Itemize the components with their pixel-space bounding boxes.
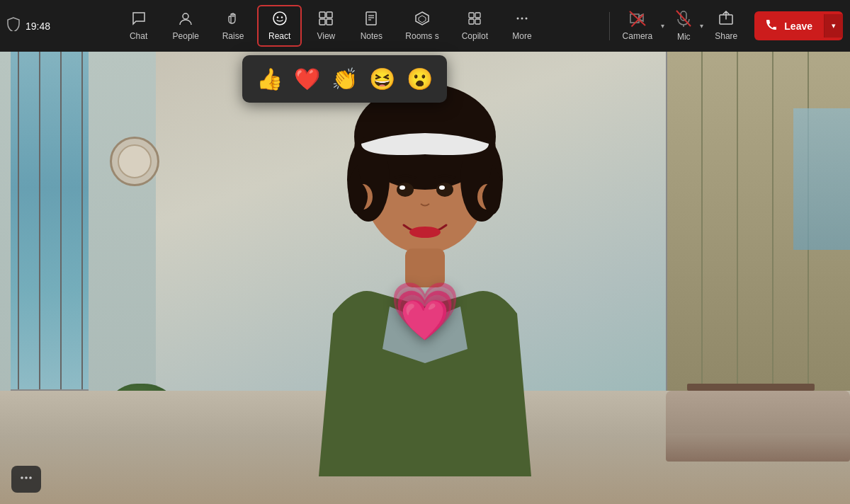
copilot-icon — [467, 11, 482, 30]
more-label: More — [512, 31, 531, 41]
time-display: 19:48 — [26, 21, 50, 32]
nav-people[interactable]: People — [163, 6, 209, 45]
nav-items: Chat People Raise — [57, 5, 604, 47]
svg-rect-7 — [327, 19, 332, 25]
react-icon — [272, 11, 288, 30]
camera-label: Camera — [623, 31, 653, 41]
svg-rect-8 — [366, 12, 376, 25]
nav-view[interactable]: View — [305, 6, 347, 45]
room-background: 💗 — [0, 52, 850, 504]
notes-label: Notes — [361, 31, 382, 41]
rooms-label: Rooms s — [405, 31, 438, 41]
camera-button[interactable]: Camera — [616, 6, 660, 45]
leave-main[interactable]: Leave — [754, 11, 824, 40]
nav-react[interactable]: React — [257, 5, 302, 47]
leave-phone-icon — [766, 18, 778, 33]
nav-raise[interactable]: Raise — [212, 6, 254, 45]
svg-marker-13 — [419, 16, 426, 23]
left-window-glass — [11, 52, 89, 391]
emoji-wow[interactable]: 😮 — [404, 64, 436, 94]
wood-panel4 — [772, 52, 774, 391]
topbar: 19:48 Chat People — [0, 0, 850, 52]
mic-control: Mic ▾ — [669, 6, 705, 46]
more-icon — [514, 11, 530, 30]
sofa-seat — [666, 433, 850, 462]
share-icon — [718, 11, 734, 30]
svg-point-39 — [21, 476, 23, 479]
chat-icon — [131, 11, 147, 30]
people-label: People — [173, 31, 199, 41]
left-window-frame2 — [39, 52, 40, 391]
svg-point-18 — [517, 18, 519, 20]
mic-arrow[interactable]: ▾ — [698, 18, 705, 34]
nav-more[interactable]: More — [501, 6, 543, 45]
wood-panel2 — [701, 52, 703, 391]
chat-label: Chat — [130, 31, 147, 41]
mic-label: Mic — [677, 32, 691, 42]
svg-point-33 — [436, 183, 453, 197]
time-shield-area: 19:48 — [7, 17, 50, 35]
leave-label: Leave — [784, 21, 812, 32]
avatar-svg — [248, 66, 602, 476]
more-options-button[interactable] — [11, 466, 41, 493]
camera-control: Camera ▾ — [616, 6, 667, 45]
nav-notes[interactable]: Notes — [350, 6, 392, 45]
share-button[interactable]: Share — [708, 6, 744, 45]
emoji-thumbsup[interactable]: 👍 — [254, 64, 285, 94]
wood-panel1 — [666, 52, 667, 391]
view-label: View — [317, 31, 335, 41]
view-icon — [318, 11, 334, 30]
right-controls: Camera ▾ Mic ▾ — [616, 6, 843, 46]
svg-line-24 — [676, 11, 691, 26]
left-window-frame3 — [60, 52, 62, 391]
svg-rect-6 — [319, 19, 325, 25]
nav-rooms[interactable]: Rooms s — [395, 6, 448, 45]
svg-point-40 — [25, 476, 28, 479]
svg-rect-5 — [327, 12, 332, 18]
mic-button[interactable]: Mic — [669, 6, 698, 46]
wood-panel3 — [737, 52, 738, 391]
sofa — [666, 391, 850, 462]
emoji-popup: 👍 ❤️ 👏 😆 😮 — [242, 55, 447, 103]
svg-rect-15 — [475, 13, 480, 18]
right-window — [793, 108, 850, 250]
share-label: Share — [715, 31, 737, 41]
svg-rect-14 — [469, 13, 474, 18]
svg-point-2 — [276, 16, 278, 18]
svg-point-36 — [409, 227, 441, 238]
nav-chat[interactable]: Chat — [118, 6, 160, 45]
emoji-clap[interactable]: 👏 — [329, 64, 361, 94]
shield-icon — [7, 17, 20, 35]
raise-icon — [225, 11, 241, 30]
leave-dropdown-arrow[interactable]: ▾ — [824, 14, 843, 38]
table-surface — [687, 384, 815, 391]
svg-point-19 — [521, 18, 523, 20]
svg-point-34 — [400, 185, 405, 190]
svg-point-35 — [439, 185, 445, 190]
emoji-laugh[interactable]: 😆 — [366, 64, 398, 94]
svg-point-32 — [397, 183, 414, 197]
rooms-icon — [414, 11, 430, 30]
left-window-frame4 — [81, 52, 83, 391]
svg-rect-16 — [469, 19, 474, 24]
heart-reaction: 💗 — [390, 278, 460, 345]
svg-point-3 — [280, 16, 282, 18]
react-label: React — [268, 31, 290, 41]
wall-circle-art — [110, 137, 159, 186]
left-window-frame1 — [18, 52, 19, 391]
emoji-heart[interactable]: ❤️ — [291, 64, 323, 94]
topbar-divider — [609, 12, 610, 40]
raise-label: Raise — [222, 31, 244, 41]
svg-point-0 — [183, 13, 188, 19]
leave-button[interactable]: Leave ▾ — [754, 11, 843, 40]
svg-rect-17 — [475, 19, 480, 24]
people-icon — [178, 11, 193, 30]
svg-rect-4 — [319, 12, 325, 18]
notes-icon — [363, 11, 379, 30]
nav-copilot[interactable]: Copilot — [452, 6, 498, 45]
mic-icon — [676, 10, 691, 30]
camera-arrow[interactable]: ▾ — [659, 18, 666, 34]
svg-point-1 — [273, 12, 286, 25]
video-area: 💗 — [0, 52, 850, 504]
camera-icon — [629, 11, 646, 30]
